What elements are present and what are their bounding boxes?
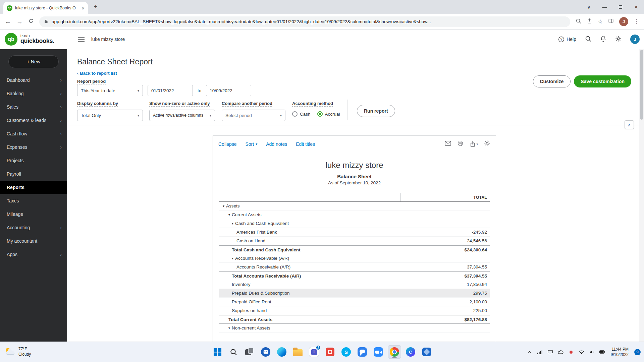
messages-app-icon[interactable] [356,345,369,359]
print-icon[interactable] [457,140,464,148]
red-app-icon[interactable] [323,345,337,359]
report-row[interactable]: ▾Assets [219,202,490,210]
sidebar-item-taxes[interactable]: Taxes [0,194,67,207]
collapse-panel-button[interactable]: ∧ [625,120,634,129]
sidebar-item-mileage[interactable]: Mileage [0,207,67,221]
display-icon[interactable] [547,348,554,356]
report-row[interactable]: Inventory17,856.94 [219,280,490,289]
skype-app-icon[interactable]: S [339,345,353,359]
wifi-icon[interactable] [578,348,585,356]
canva-app-icon[interactable]: C [404,345,417,359]
period-select[interactable]: This Year-to-date ▾ [77,85,143,96]
accrual-radio-option[interactable]: Accrual [317,111,340,117]
sidebar-item-banking[interactable]: Banking› [0,87,67,100]
sidebar-item-dashboard[interactable]: Dashboard› [0,73,67,87]
cash-radio[interactable] [292,111,298,117]
cash-radio-option[interactable]: Cash [292,111,311,117]
report-row[interactable]: Total Current Assets$82,176.88 [219,315,490,324]
report-settings-gear-icon[interactable] [484,140,490,148]
export-icon[interactable]: ▾ [470,141,478,147]
search-lens-icon[interactable] [576,18,581,25]
report-row[interactable]: Total Accounts Receivable (A/R)$37,394.5… [219,272,490,280]
quickbooks-logo[interactable]: qb intuit quickbooks. [0,33,67,46]
accrual-radio[interactable] [317,111,323,117]
report-row[interactable]: ▾Cash and Cash Equivalent [219,219,490,228]
video-meeting-app-icon[interactable] [372,345,385,359]
display-columns-select[interactable]: Total Only ▾ [77,110,143,121]
report-row[interactable]: ▾Non-current Assets [219,324,490,333]
compare-period-select[interactable]: Select period ▾ [222,110,285,121]
hidden-icons-chevron[interactable] [526,348,533,356]
report-row[interactable]: ▾Accounts Receivable (A/R) [219,254,490,263]
sort-link[interactable]: Sort ▾ [245,141,257,147]
edge-app-icon[interactable] [275,345,288,359]
report-row[interactable]: Accounts Receivable (A/R)37,394.55 [219,263,490,272]
taskbar-search-icon[interactable] [227,345,240,359]
new-tab-button[interactable]: + [91,2,100,11]
window-close-button[interactable]: × [628,0,644,14]
settings-gear-icon[interactable] [615,36,622,43]
notification-count-badge[interactable]: 9 [634,349,641,355]
row-collapse-caret-icon[interactable]: ▾ [228,326,230,330]
row-collapse-caret-icon[interactable]: ▾ [232,222,233,225]
report-row[interactable]: Prepaid Dues & Subscription299.75 [219,289,490,298]
url-bar[interactable]: app.qbo.intuit.com/app/reportv2?token=BA… [39,16,570,27]
side-panel-icon[interactable] [608,18,614,25]
edit-titles-link[interactable]: Edit titles [296,141,315,147]
report-row[interactable]: Cash on Hand24,546.56 [219,237,490,245]
sidebar-item-sales[interactable]: Sales› [0,100,67,114]
sidebar-item-cash-flow[interactable]: Cash flow› [0,127,67,140]
search-icon[interactable] [585,36,591,43]
sidebar-item-payroll[interactable]: Payroll [0,167,67,181]
add-notes-link[interactable]: Add notes [266,141,287,147]
battery-icon[interactable] [599,348,606,356]
sidebar-item-reports[interactable]: Reports [0,181,67,194]
sidebar-item-apps[interactable]: Apps› [0,248,67,261]
start-button[interactable] [211,345,224,359]
weather-widget[interactable]: 77°F Cloudy [0,347,94,357]
user-avatar[interactable]: J [630,35,640,44]
mail-app-icon[interactable] [259,345,272,359]
end-date-input[interactable] [206,85,251,96]
run-report-button[interactable]: Run report [357,105,395,117]
back-button[interactable]: ← [5,18,11,25]
vertical-scrollbar[interactable] [639,49,644,342]
file-explorer-icon[interactable] [291,345,305,359]
save-customization-button[interactable]: Save customization [574,75,631,87]
scrollbar-thumb[interactable] [640,50,643,120]
sidebar-item-my-accountant[interactable]: My accountant [0,234,67,248]
window-minimize-button[interactable]: — [597,0,612,14]
row-collapse-caret-icon[interactable]: ▾ [223,204,224,208]
start-date-input[interactable] [148,85,193,96]
sidebar-item-accounting[interactable]: Accounting› [0,221,67,234]
task-view-icon[interactable] [243,345,256,359]
tab-close-icon[interactable]: × [82,6,85,11]
row-collapse-caret-icon[interactable]: ▾ [228,213,230,217]
report-row[interactable]: ▾Current Assets [219,210,490,219]
customize-button[interactable]: Customize [533,75,571,87]
report-row[interactable]: Total Cash and Cash Equivalent$24,300.64 [219,245,490,254]
browser-tab[interactable]: qb luke mizzy store - QuickBooks O × [3,2,88,14]
recording-dot-icon[interactable] [568,348,575,356]
collapse-link[interactable]: Collapse [218,141,236,147]
help-button[interactable]: ? Help [558,36,576,43]
report-row[interactable]: Americas Frist Bank-245.92 [219,228,490,237]
email-icon[interactable] [445,141,451,147]
sidebar-item-expenses[interactable]: Expenses› [0,140,67,154]
refresh-button[interactable] [28,18,34,25]
onedrive-cloud-icon[interactable] [557,348,564,356]
show-rows-select[interactable]: Active rows/active columns ▾ [149,110,215,121]
row-collapse-caret-icon[interactable]: ▾ [232,256,233,260]
browser-profile-avatar[interactable]: J [619,17,628,26]
taskbar-clock[interactable]: 11:44 PM 9/10/2022 [611,347,629,357]
share-icon[interactable] [587,18,592,25]
sidebar-item-projects[interactable]: Projects [0,154,67,167]
cellular-bars-icon[interactable] [537,348,543,356]
volume-icon[interactable] [589,348,595,356]
report-row[interactable]: Supplies on hand225.00 [219,306,490,315]
new-button[interactable]: + New [8,55,59,68]
window-maximize-button[interactable] [612,0,628,14]
notifications-bell-icon[interactable] [600,36,606,43]
browser-menu-kebab-icon[interactable]: ⋮ [634,18,639,25]
lock-icon[interactable] [44,19,48,25]
